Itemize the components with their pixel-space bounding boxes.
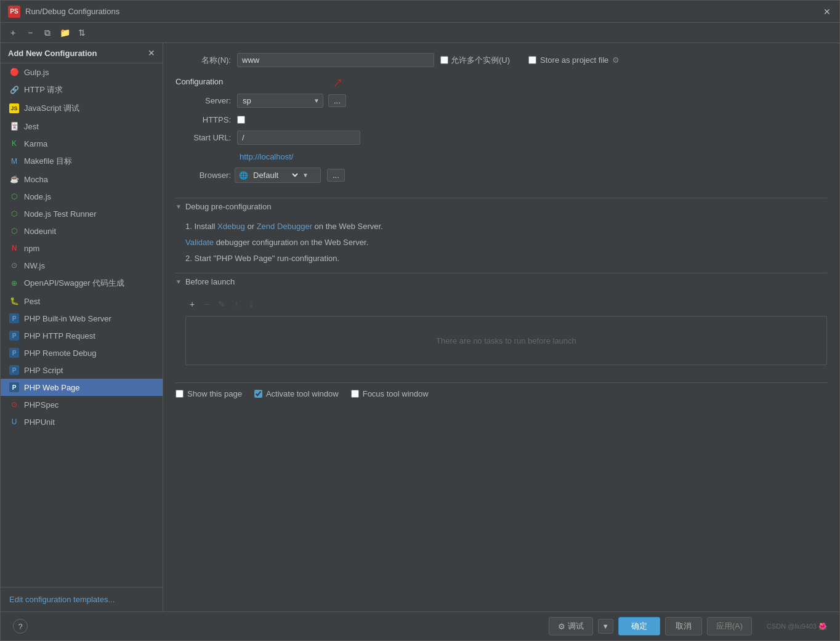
help-button[interactable]: ? bbox=[13, 619, 28, 634]
debug-section-title: Debug pre-configuration bbox=[185, 202, 271, 211]
config-item-phpunit[interactable]: U PHPUnit bbox=[1, 413, 163, 430]
nodejs-icon: ⬡ bbox=[9, 191, 19, 201]
config-item-label: Mocha bbox=[24, 175, 48, 184]
config-item-label: Node.js Test Runner bbox=[24, 209, 97, 219]
server-select[interactable]: sp bbox=[237, 94, 323, 108]
debug-validate-row: Validate debugger configuration on the W… bbox=[185, 236, 827, 249]
activate-tool-checkbox[interactable] bbox=[254, 390, 262, 398]
name-row: 名称(N): 允许多个实例(U) Store as project file ⚙ bbox=[176, 53, 827, 67]
debug-step1: 1. Install Xdebug or Zend Debugger on th… bbox=[185, 220, 827, 233]
config-item-nodeunit[interactable]: ⬡ Nodeunit bbox=[1, 222, 163, 240]
run-debug-dialog: PS Run/Debug Configurations ✕ + − ⧉ 📁 ⇅ … bbox=[0, 0, 840, 641]
phpspec-icon: ⊙ bbox=[9, 400, 19, 409]
config-item-makefile[interactable]: M Makefile 目标 bbox=[1, 152, 163, 171]
config-item-jest[interactable]: 🃏 Jest bbox=[1, 118, 163, 135]
chevron-down-icon: ▼ bbox=[176, 278, 182, 285]
apply-button: 应用(A) bbox=[707, 617, 752, 635]
browser-row: Browser: 🌐 Default ▼ ... bbox=[176, 167, 827, 183]
add-config-button[interactable]: + bbox=[6, 25, 20, 40]
folder-button[interactable]: 📁 bbox=[57, 25, 72, 40]
sort-button[interactable]: ⇅ bbox=[75, 25, 89, 40]
config-item-nodejs-test[interactable]: ⬡ Node.js Test Runner bbox=[1, 205, 163, 222]
validate-link[interactable]: Validate bbox=[185, 238, 214, 247]
before-launch-edit-button: ✎ bbox=[215, 297, 228, 311]
cancel-button[interactable]: 取消 bbox=[665, 617, 702, 635]
config-item-label: PHP HTTP Request bbox=[24, 331, 95, 341]
xdebug-link[interactable]: Xdebug bbox=[217, 222, 245, 231]
server-select-wrapper: sp ▼ bbox=[237, 94, 323, 108]
store-project-checkbox[interactable] bbox=[528, 56, 536, 64]
https-label: HTTPS: bbox=[176, 115, 231, 124]
title-bar: PS Run/Debug Configurations ✕ bbox=[1, 1, 839, 23]
show-page-label-text: Show this page bbox=[187, 389, 242, 398]
allow-parallel-checkbox[interactable] bbox=[440, 56, 448, 64]
before-launch-header[interactable]: ▼ Before launch bbox=[176, 273, 827, 290]
url-hint-link[interactable]: http://localhost/ bbox=[240, 152, 827, 161]
name-input[interactable] bbox=[237, 53, 434, 67]
start-url-input[interactable] bbox=[237, 131, 360, 145]
close-panel-button[interactable]: ✕ bbox=[148, 48, 155, 58]
focus-tool-label-text: Focus tool window bbox=[363, 389, 429, 398]
config-item-gulp[interactable]: 🔴 Gulp.js bbox=[1, 63, 163, 81]
php-script-icon: P bbox=[9, 365, 19, 375]
debug-dropdown-button[interactable]: ▼ bbox=[598, 619, 613, 634]
bottom-right: ⚙ 调试 ▼ 确定 取消 应用(A) CSDN @liu9403 🌺 bbox=[549, 617, 827, 635]
config-item-label: Makefile 目标 bbox=[24, 156, 72, 167]
show-page-checkbox[interactable] bbox=[176, 390, 184, 398]
focus-tool-checkbox[interactable] bbox=[351, 390, 359, 398]
app-icon: PS bbox=[8, 6, 20, 18]
https-checkbox[interactable] bbox=[237, 116, 245, 124]
config-item-php-builtin[interactable]: P PHP Built-in Web Server bbox=[1, 310, 163, 327]
config-item-karma[interactable]: K Karma bbox=[1, 135, 163, 152]
server-ellipsis-button[interactable]: ... bbox=[328, 94, 346, 107]
confirm-button[interactable]: 确定 bbox=[618, 617, 660, 635]
allow-parallel-checkbox-label[interactable]: 允许多个实例(U) bbox=[440, 55, 510, 66]
config-item-mocha[interactable]: ☕ Mocha bbox=[1, 171, 163, 188]
name-label: 名称(N): bbox=[176, 55, 231, 66]
copy-config-button[interactable]: ⧉ bbox=[40, 25, 55, 40]
config-item-php-script[interactable]: P PHP Script bbox=[1, 361, 163, 379]
focus-tool-checkbox-label[interactable]: Focus tool window bbox=[351, 389, 429, 398]
karma-icon: K bbox=[9, 139, 19, 148]
config-item-phpspec[interactable]: ⊙ PHPSpec bbox=[1, 396, 163, 413]
browser-label: Browser: bbox=[176, 171, 231, 180]
config-item-http[interactable]: 🔗 HTTP 请求 bbox=[1, 81, 163, 99]
config-item-label: Pest bbox=[24, 297, 40, 306]
config-item-label: PHP Remote Debug bbox=[24, 349, 97, 358]
config-item-label: PHPSpec bbox=[24, 400, 59, 409]
configuration-section: Configuration Server: sp ▼ ... ↑ bbox=[176, 75, 827, 185]
activate-tool-label-text: Activate tool window bbox=[266, 389, 339, 398]
config-item-label: JavaScript 调试 bbox=[24, 103, 79, 114]
window-title: Run/Debug Configurations bbox=[25, 7, 822, 16]
edit-templates-link[interactable]: Edit configuration templates... bbox=[1, 587, 163, 611]
config-item-label: Karma bbox=[24, 139, 47, 148]
config-item-javascript[interactable]: JS JavaScript 调试 bbox=[1, 99, 163, 118]
config-item-label: PHP Built-in Web Server bbox=[24, 314, 111, 323]
close-button[interactable]: ✕ bbox=[822, 7, 832, 17]
debug-button[interactable]: ⚙ 调试 bbox=[549, 617, 593, 635]
browser-ellipsis-button[interactable]: ... bbox=[327, 169, 345, 182]
remove-config-button[interactable]: − bbox=[23, 25, 38, 40]
openapi-icon: ⊕ bbox=[9, 278, 19, 288]
config-item-openapi[interactable]: ⊕ OpenAPI/Swagger 代码生成 bbox=[1, 274, 163, 292]
show-page-checkbox-label[interactable]: Show this page bbox=[176, 389, 242, 398]
config-item-label: npm bbox=[24, 244, 39, 253]
config-item-php-remote[interactable]: P PHP Remote Debug bbox=[1, 344, 163, 361]
config-item-pest[interactable]: 🐛 Pest bbox=[1, 292, 163, 310]
gulp-icon: 🔴 bbox=[9, 67, 19, 77]
jest-icon: 🃏 bbox=[9, 121, 19, 131]
config-item-php-http[interactable]: P PHP HTTP Request bbox=[1, 327, 163, 344]
zend-debugger-link[interactable]: Zend Debugger bbox=[257, 222, 312, 231]
config-item-npm[interactable]: N npm bbox=[1, 240, 163, 257]
mocha-icon: ☕ bbox=[9, 174, 19, 184]
chevron-down-icon: ▼ bbox=[176, 203, 182, 210]
browser-select[interactable]: Default bbox=[251, 170, 300, 180]
before-launch-add-button[interactable]: + bbox=[185, 297, 199, 311]
store-project-checkbox-label[interactable]: Store as project file ⚙ bbox=[528, 55, 620, 65]
debug-preconfiguration-header[interactable]: ▼ Debug pre-configuration bbox=[176, 198, 827, 215]
browser-select-wrapper[interactable]: 🌐 Default ▼ bbox=[235, 167, 321, 183]
activate-tool-checkbox-label[interactable]: Activate tool window bbox=[254, 389, 339, 398]
config-item-nodejs[interactable]: ⬡ Node.js bbox=[1, 188, 163, 205]
config-item-nwjs[interactable]: ⊙ NW.js bbox=[1, 257, 163, 274]
config-item-php-web[interactable]: P PHP Web Page ← bbox=[1, 379, 163, 396]
